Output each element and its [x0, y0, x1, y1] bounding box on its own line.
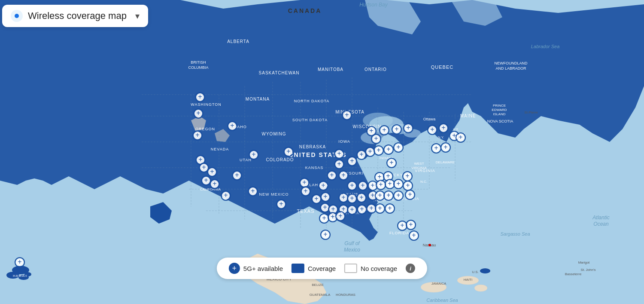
5g-marker[interactable]: + [368, 191, 377, 200]
5g-marker[interactable]: + [339, 171, 348, 180]
5g-marker[interactable]: + [193, 131, 202, 140]
svg-text:HAWAII: HAWAII [13, 274, 27, 278]
5g-marker[interactable]: + [375, 204, 385, 213]
5g-marker[interactable]: + [357, 150, 366, 160]
svg-text:+: + [337, 150, 341, 157]
svg-text:+: + [230, 122, 234, 129]
5g-marker[interactable]: + [441, 143, 450, 152]
5g-marker[interactable]: + [403, 172, 412, 181]
5g-marker[interactable]: + [301, 187, 310, 196]
5g-marker[interactable]: + [394, 143, 403, 152]
svg-text:N.Y.: N.Y. [438, 135, 444, 139]
5g-marker[interactable]: + [249, 150, 258, 160]
5g-marker[interactable]: + [405, 190, 415, 200]
svg-text:ALBERTA: ALBERTA [227, 39, 249, 44]
5g-marker[interactable]: + [347, 181, 357, 190]
svg-text:+: + [389, 159, 393, 166]
5g-marker[interactable]: + [398, 221, 407, 230]
5g-marker[interactable]: + [367, 204, 376, 213]
5g-marker[interactable]: + [248, 187, 258, 196]
svg-text:+: + [350, 157, 354, 164]
5g-marker[interactable]: + [380, 126, 389, 135]
map-title-bar[interactable]: Wireless coverage map ▾ [2, 5, 148, 27]
5g-marker[interactable]: + [228, 121, 237, 131]
legend-coverage-label: Coverage [308, 265, 336, 272]
5g-marker[interactable]: + [312, 194, 321, 204]
5g-marker[interactable]: + [374, 146, 383, 155]
5g-marker[interactable]: + [207, 167, 217, 177]
5g-marker[interactable]: + [319, 181, 328, 190]
legend-info-icon[interactable]: i [406, 264, 415, 273]
5g-marker[interactable]: + [201, 176, 211, 185]
5g-marker[interactable]: + [409, 231, 419, 240]
5g-marker[interactable]: + [232, 171, 242, 180]
svg-text:+: + [361, 181, 365, 189]
5g-marker[interactable]: + [376, 180, 386, 190]
svg-text:+: + [378, 191, 382, 199]
svg-text:+: + [331, 213, 334, 220]
5g-marker[interactable]: + [347, 194, 357, 203]
5g-marker[interactable]: + [195, 92, 205, 102]
svg-text:+: + [377, 146, 380, 154]
5g-marker[interactable]: + [342, 111, 352, 120]
5g-marker[interactable]: + [339, 193, 348, 203]
svg-text:NEVADA: NEVADA [211, 147, 229, 151]
5g-marker[interactable]: + [385, 179, 395, 189]
title-chevron-icon: ▾ [135, 11, 140, 21]
5g-marker[interactable]: + [394, 179, 403, 189]
5g-marker[interactable]: + [334, 149, 344, 159]
5g-marker[interactable]: + [334, 160, 344, 169]
svg-text:NEBRASKA: NEBRASKA [299, 144, 326, 149]
svg-text:+: + [286, 147, 290, 155]
5g-marker[interactable]: + [394, 191, 403, 200]
5g-marker[interactable]: + [403, 181, 413, 190]
svg-text:+: + [396, 143, 400, 150]
svg-text:+: + [408, 190, 412, 198]
svg-text:Ottawa: Ottawa [423, 117, 436, 121]
5g-marker[interactable]: + [365, 147, 375, 157]
svg-text:PRINCE: PRINCE [493, 104, 506, 107]
5g-marker[interactable]: + [210, 179, 219, 189]
svg-text:+: + [369, 204, 373, 212]
svg-text:Sargasso Sea: Sargasso Sea [500, 231, 530, 236]
svg-text:St. John's: St. John's [581, 268, 596, 272]
5g-marker[interactable]: + [406, 220, 416, 230]
5g-marker[interactable]: + [15, 258, 24, 267]
5g-marker[interactable]: + [404, 123, 413, 133]
5g-marker[interactable]: + [284, 147, 293, 157]
svg-text:+: + [406, 181, 410, 189]
5g-marker[interactable]: + [456, 133, 465, 142]
5g-marker[interactable]: + [347, 157, 357, 166]
5g-marker[interactable]: + [347, 205, 357, 215]
svg-text:WASHINGTON: WASHINGTON [191, 102, 222, 107]
5g-marker[interactable]: + [384, 145, 393, 154]
5g-marker[interactable]: + [385, 204, 395, 213]
5g-marker[interactable]: + [375, 191, 385, 200]
5g-marker[interactable]: + [321, 230, 330, 240]
svg-text:N.C.: N.C. [420, 180, 427, 184]
5g-marker[interactable]: + [300, 178, 309, 187]
svg-text:+: + [444, 143, 447, 150]
svg-text:MAINE: MAINE [460, 114, 476, 118]
svg-text:+: + [314, 195, 318, 202]
5g-marker[interactable]: + [276, 200, 286, 209]
5g-marker[interactable]: + [357, 193, 366, 203]
svg-text:BELIZE: BELIZE [312, 283, 324, 287]
5g-marker[interactable]: + [357, 205, 367, 214]
svg-text:+: + [386, 145, 390, 153]
5g-marker[interactable]: + [439, 123, 448, 133]
5g-marker[interactable]: + [371, 134, 381, 144]
5g-marker[interactable]: + [327, 171, 337, 180]
5g-marker[interactable]: + [321, 192, 330, 202]
5g-marker[interactable]: + [428, 125, 437, 135]
5g-marker[interactable]: + [194, 109, 203, 118]
5g-marker[interactable]: + [431, 144, 441, 153]
5g-marker[interactable]: + [387, 158, 396, 168]
5g-marker[interactable]: + [319, 214, 329, 223]
svg-text:+: + [196, 109, 200, 117]
5g-marker[interactable]: + [221, 191, 231, 200]
5g-marker[interactable]: + [384, 191, 393, 200]
5g-marker[interactable]: + [358, 181, 368, 190]
5g-marker[interactable]: + [336, 212, 345, 221]
5g-marker[interactable]: + [392, 125, 401, 134]
